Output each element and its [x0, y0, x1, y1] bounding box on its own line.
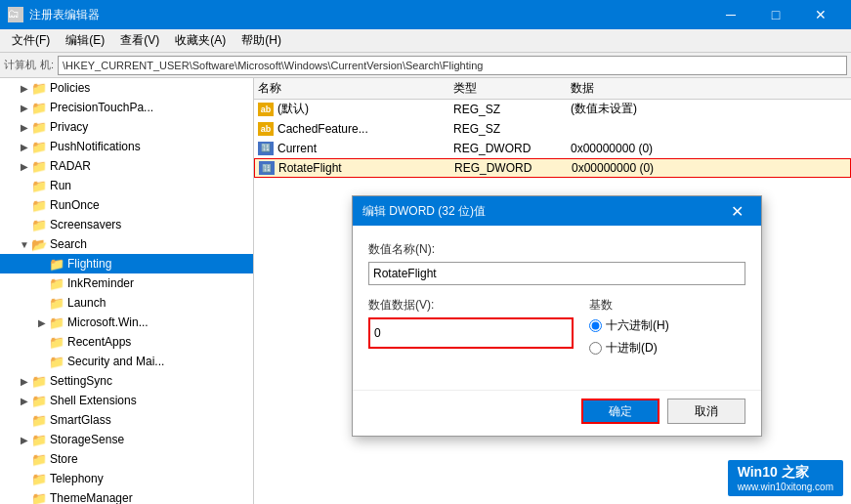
tree-item-runonce[interactable]: 📁 RunOnce	[0, 195, 253, 215]
folder-icon: 📁	[31, 101, 47, 114]
tree-item-policies[interactable]: ▶ 📁 Policies	[0, 78, 253, 98]
tree-item-thememanager[interactable]: 📁 ThemeManager	[0, 488, 253, 504]
sz-icon: ab	[258, 122, 274, 136]
tree-item-precision[interactable]: ▶ 📁 PrecisionTouchPa...	[0, 98, 253, 117]
expand-icon: ▶	[18, 101, 31, 114]
tree-label: Launch	[67, 296, 106, 310]
col-data-header: 数据	[571, 80, 847, 97]
window-controls: ─ □ ✕	[708, 0, 843, 29]
expand-icon: ▶	[18, 81, 31, 95]
minimize-button[interactable]: ─	[708, 0, 753, 29]
tree-item-launch[interactable]: 📁 Launch	[0, 293, 253, 313]
folder-icon: 📁	[31, 394, 47, 407]
row-type-icon: 🔢	[258, 141, 274, 156]
expand-icon	[18, 198, 31, 212]
tree-item-telephony[interactable]: 📁 Telephony	[0, 469, 253, 488]
folder-icon: 📁	[31, 452, 47, 466]
expand-icon	[35, 335, 49, 349]
folder-icon: 📁	[49, 276, 64, 290]
dialog-name-input[interactable]	[368, 262, 745, 285]
radio-dec-input[interactable]	[589, 342, 602, 355]
tree-item-radar[interactable]: ▶ 📁 RADAR	[0, 156, 253, 176]
folder-icon: 📂	[31, 237, 47, 251]
expand-icon: ▶	[35, 315, 49, 329]
tree-item-pushnotifications[interactable]: ▶ 📁 PushNotifications	[0, 137, 253, 156]
tree-item-search[interactable]: ▼ 📂 Search	[0, 234, 253, 254]
tree-item-inkreminder[interactable]: 📁 InkReminder	[0, 273, 253, 293]
expand-icon	[18, 452, 31, 466]
row-name: RotateFlight	[278, 161, 454, 175]
tree-item-shellextensions[interactable]: ▶ 📁 Shell Extensions	[0, 391, 253, 410]
table-row-rotateflight[interactable]: 🔢 RotateFlight REG_DWORD 0x00000000 (0)	[254, 158, 851, 178]
folder-icon: 📁	[31, 198, 47, 212]
dialog-value-row: 数值数据(V): 基数 十六进制(H) 十进制(D)	[368, 297, 745, 362]
expand-icon	[18, 179, 31, 192]
folder-icon: 📁	[31, 374, 47, 388]
watermark-line1: Win10 之家	[738, 464, 809, 480]
dialog-footer: 确定 取消	[353, 390, 761, 436]
row-data: (数值未设置)	[571, 101, 847, 117]
close-button[interactable]: ✕	[798, 0, 843, 29]
dword-icon: 🔢	[259, 161, 275, 175]
table-row[interactable]: ab CachedFeature... REG_SZ	[254, 119, 851, 139]
tree-item-run[interactable]: 📁 Run	[0, 176, 253, 195]
tree-item-screensavers[interactable]: 📁 Screensavers	[0, 215, 253, 234]
expand-icon: ▶	[18, 159, 31, 173]
tree-item-privacy[interactable]: ▶ 📁 Privacy	[0, 117, 253, 137]
radio-dec[interactable]: 十进制(D)	[589, 340, 745, 357]
tree-label: SettingSync	[50, 374, 112, 388]
expand-icon	[35, 257, 49, 271]
addressbar-separator: 机:	[40, 58, 54, 72]
row-type: REG_DWORD	[453, 142, 571, 155]
menu-edit[interactable]: 编辑(E)	[58, 30, 112, 51]
dialog-ok-button[interactable]: 确定	[581, 399, 660, 424]
tree-item-settingsync[interactable]: ▶ 📁 SettingSync	[0, 371, 253, 391]
tree-item-recentapps[interactable]: 📁 RecentApps	[0, 332, 253, 352]
tree-item-securityandmail[interactable]: 📁 Security and Mai...	[0, 352, 253, 371]
expand-icon	[35, 276, 49, 290]
tree-label: Search	[50, 237, 87, 251]
row-data: 0x00000000 (0)	[572, 161, 846, 175]
folder-icon: 📁	[31, 120, 47, 134]
tree-item-flighting[interactable]: 📁 Flighting	[0, 254, 253, 273]
row-name: (默认)	[277, 101, 453, 117]
expand-icon	[18, 472, 31, 485]
row-type: REG_SZ	[453, 103, 571, 116]
tree-label: Privacy	[50, 120, 88, 134]
menu-view[interactable]: 查看(V)	[112, 30, 167, 51]
dialog-body: 数值名称(N): 数值数据(V): 基数 十六进制(H) 十进制(D)	[353, 226, 761, 390]
maximize-button[interactable]: □	[753, 0, 798, 29]
addressbar-label: 计算机	[4, 58, 36, 72]
expand-icon: ▶	[18, 394, 31, 407]
watermark: Win10 之家 www.win10xitong.com	[728, 460, 843, 496]
expand-icon: ▼	[18, 237, 31, 251]
table-row[interactable]: 🔢 Current REG_DWORD 0x00000000 (0)	[254, 139, 851, 158]
tree-item-storagesense[interactable]: ▶ 📁 StorageSense	[0, 430, 253, 449]
dialog-value-area: 数值数据(V):	[368, 297, 574, 362]
radio-dec-label: 十进制(D)	[606, 340, 658, 357]
row-name: CachedFeature...	[277, 122, 453, 136]
table-header: 名称 类型 数据	[254, 78, 851, 100]
table-row[interactable]: ab (默认) REG_SZ (数值未设置)	[254, 100, 851, 119]
menu-file[interactable]: 文件(F)	[4, 30, 58, 51]
dialog-value-input[interactable]	[368, 317, 574, 349]
col-name-header: 名称	[258, 80, 453, 97]
tree-label: PrecisionTouchPa...	[50, 101, 153, 114]
tree-item-store[interactable]: 📁 Store	[0, 449, 253, 469]
dialog-cancel-button[interactable]: 取消	[667, 399, 745, 424]
menu-help[interactable]: 帮助(H)	[234, 30, 289, 51]
row-type-icon: ab	[258, 102, 274, 117]
addressbar-path[interactable]: \HKEY_CURRENT_USER\Software\Microsoft\Wi…	[58, 56, 847, 75]
radio-hex[interactable]: 十六进制(H)	[589, 317, 745, 334]
col-type-header: 类型	[453, 80, 571, 97]
tree-label: Security and Mai...	[67, 355, 164, 368]
menu-favorites[interactable]: 收藏夹(A)	[167, 30, 234, 51]
app-icon: 🗂	[8, 7, 23, 22]
row-name: Current	[277, 142, 453, 155]
dialog-close-button[interactable]: ✕	[722, 196, 751, 226]
radio-hex-input[interactable]	[589, 319, 602, 332]
folder-icon: 📁	[49, 335, 64, 349]
tree-item-microsoftwin[interactable]: ▶ 📁 Microsoft.Win...	[0, 313, 253, 332]
tree-label: Flighting	[67, 257, 111, 271]
tree-item-smartglass[interactable]: 📁 SmartGlass	[0, 410, 253, 430]
